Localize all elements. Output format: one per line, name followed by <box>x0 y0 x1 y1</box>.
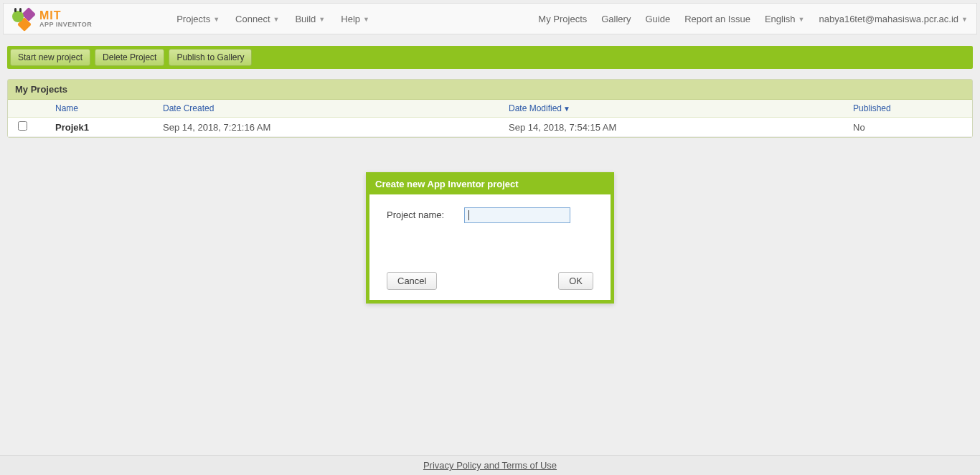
menu-connect-label: Connect <box>235 14 270 24</box>
caret-down-icon: ▼ <box>798 16 805 23</box>
caret-down-icon: ▼ <box>961 16 968 23</box>
cell-project-name: Projek1 <box>55 122 163 133</box>
sort-descending-icon: ▼ <box>563 105 570 113</box>
col-header-date-modified[interactable]: Date Modified▼ <box>509 103 853 113</box>
menu-help-label: Help <box>341 14 360 24</box>
text-cursor-icon <box>468 210 469 220</box>
top-navbar: MIT APP INVENTOR Projects▼ Connect▼ Buil… <box>3 3 977 34</box>
cancel-button[interactable]: Cancel <box>387 272 437 290</box>
table-header-row: Name Date Created Date Modified▼ Publish… <box>8 100 972 118</box>
link-guide[interactable]: Guide <box>645 14 670 24</box>
logo-icon <box>11 8 35 29</box>
dialog-title: Create new App Inventor project <box>369 176 611 194</box>
caret-down-icon: ▼ <box>319 16 325 23</box>
project-name-input[interactable] <box>464 207 570 223</box>
cell-published: No <box>853 122 972 133</box>
action-toolbar: Start new project Delete Project Publish… <box>7 46 973 69</box>
privacy-terms-link[interactable]: Privacy Policy and Terms of Use <box>423 460 557 471</box>
menu-build-label: Build <box>295 14 316 24</box>
link-gallery[interactable]: Gallery <box>601 14 631 24</box>
project-name-label: Project name: <box>387 207 444 220</box>
panel-title: My Projects <box>8 80 972 100</box>
new-project-dialog: Create new App Inventor project Project … <box>366 172 614 304</box>
menu-build[interactable]: Build▼ <box>295 14 325 24</box>
app-logo[interactable]: MIT APP INVENTOR <box>11 8 92 29</box>
caret-down-icon: ▼ <box>363 16 369 23</box>
caret-down-icon: ▼ <box>213 16 220 23</box>
link-my-projects[interactable]: My Projects <box>538 14 587 24</box>
menu-help[interactable]: Help▼ <box>341 14 369 24</box>
ok-button[interactable]: OK <box>558 272 593 290</box>
menu-connect[interactable]: Connect▼ <box>235 14 279 24</box>
menu-account-label: nabya16tet@mahasiswa.pcr.ac.id <box>819 14 958 24</box>
col-header-published[interactable]: Published <box>853 103 972 113</box>
publish-to-gallery-button[interactable]: Publish to Gallery <box>169 49 252 66</box>
col-header-name[interactable]: Name <box>55 103 163 113</box>
start-new-project-button[interactable]: Start new project <box>10 49 90 66</box>
col-header-date-modified-label: Date Modified <box>509 103 562 113</box>
menu-language[interactable]: English▼ <box>765 14 805 24</box>
logo-line1: MIT <box>39 10 92 22</box>
logo-text: MIT APP INVENTOR <box>39 10 92 28</box>
table-row[interactable]: Projek1 Sep 14, 2018, 7:21:16 AM Sep 14,… <box>8 118 972 137</box>
nav-left-group: Projects▼ Connect▼ Build▼ Help▼ <box>176 14 369 24</box>
cell-date-modified: Sep 14, 2018, 7:54:15 AM <box>509 122 853 133</box>
menu-language-label: English <box>765 14 796 24</box>
nav-right-group: My Projects Gallery Guide Report an Issu… <box>538 14 972 24</box>
my-projects-panel: My Projects Name Date Created Date Modif… <box>7 79 973 138</box>
menu-projects-label: Projects <box>176 14 210 24</box>
link-report-issue[interactable]: Report an Issue <box>684 14 750 24</box>
logo-line2: APP INVENTOR <box>39 22 92 28</box>
row-checkbox[interactable] <box>18 121 27 131</box>
menu-account[interactable]: nabya16tet@mahasiswa.pcr.ac.id▼ <box>819 14 968 24</box>
footer-bar: Privacy Policy and Terms of Use <box>0 455 980 475</box>
caret-down-icon: ▼ <box>273 16 280 23</box>
delete-project-button[interactable]: Delete Project <box>95 49 164 66</box>
dialog-layer: Create new App Inventor project Project … <box>0 0 980 475</box>
cell-date-created: Sep 14, 2018, 7:21:16 AM <box>163 122 509 133</box>
col-header-date-created[interactable]: Date Created <box>163 103 509 113</box>
menu-projects[interactable]: Projects▼ <box>176 14 220 24</box>
